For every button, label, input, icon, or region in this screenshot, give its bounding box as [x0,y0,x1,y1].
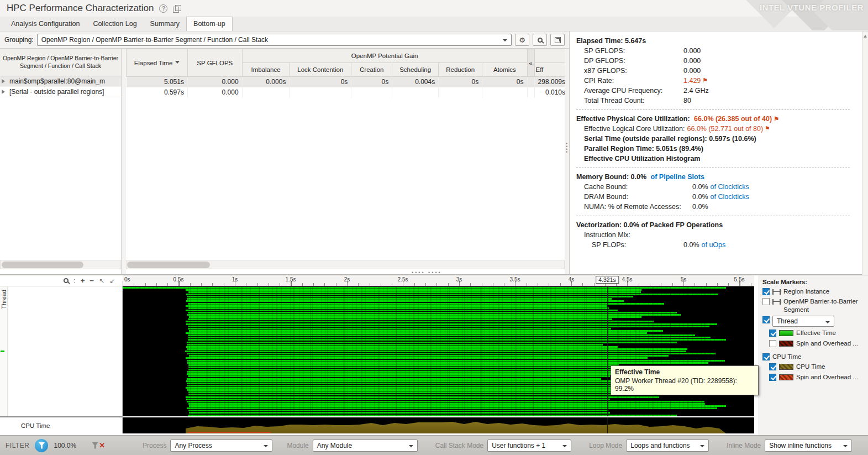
cell-reduction[interactable] [439,87,482,98]
col-header-sp-gflops[interactable]: SP GFLOPS [187,49,242,77]
cell-elapsed[interactable]: 5.051s [127,77,188,87]
tab-bottom-up[interactable]: Bottom-up [186,17,233,31]
info-button[interactable] [851,145,859,153]
summary-panel: Elapsed Time: 5.647s SP GFLOPS:0.000 DP … [569,32,862,275]
collapse-group-button[interactable]: « [527,49,534,77]
cell-scheduling[interactable]: 0.004s [392,77,439,87]
clockticks-link[interactable]: of Clockticks [711,193,749,201]
col-group-openmp-potential-gain[interactable]: OpenMP Potential Gain [242,49,527,63]
thread-select[interactable]: Thread [772,316,834,327]
col-header-imbalance[interactable]: Imbalance [242,63,290,77]
col-header-elapsed-time[interactable]: Elapsed Time [127,49,188,77]
col-header-effective-group[interactable] [534,49,569,63]
time-marker-label[interactable]: 4.321s [596,276,619,284]
col-header-creation[interactable]: Creation [351,63,392,77]
cpu-time-checkbox[interactable] [769,363,776,370]
cell-lock-contention[interactable] [290,87,351,98]
summary-vscrollbar[interactable] [862,32,868,275]
vertical-splitter-handle[interactable]: •••• [566,143,569,154]
grid-data-row[interactable]: 0.597s 0.000 0.010s [127,87,569,98]
name-column-hscrollbar[interactable] [0,260,121,269]
spin-overhead-cpu-checkbox[interactable] [769,374,776,381]
cpu-time-group-checkbox[interactable] [762,353,770,360]
copy-icon[interactable] [173,5,180,12]
timeline-ruler[interactable]: 0s 0.5s 1s 1.5s 2s 2.5s 3s 3.5s 4s 4.5s … [123,275,754,286]
cell-sp-gflops[interactable]: 0.000 [187,77,242,87]
clear-filter-button[interactable]: ✕ [92,442,105,449]
column-splitter[interactable] [122,49,126,274]
pipeline-slots-link[interactable]: of Pipeline Slots [651,173,704,181]
col-header-lock-contention[interactable]: Lock Contention [290,63,351,77]
scroll-up-arrow[interactable] [864,33,867,38]
grid-name-column-header[interactable]: OpenMP Region / OpenMP Barrier-to-Barrie… [0,49,121,76]
grid-vscrollbar[interactable] [565,49,569,274]
cell-imbalance[interactable]: 0.000s [242,77,290,87]
cpu-time-chart[interactable] [123,417,754,433]
legend-label: Spin and Overhead ... [796,373,858,381]
col-header-scheduling[interactable]: Scheduling [392,63,439,77]
col-header-reduction[interactable]: Reduction [439,63,482,77]
grid-name-column: OpenMP Region / OpenMP Barrier-to-Barrie… [0,49,122,274]
col-header-effective-time[interactable]: Eff [534,63,569,77]
inline-mode-label: Inline Mode [727,442,761,449]
zoom-out-button[interactable]: − [90,277,94,284]
collapse-section-button[interactable] [851,174,859,181]
grid-row-name[interactable]: [Serial - outside parallel regions] [0,87,121,97]
search-button[interactable] [533,34,547,46]
help-icon[interactable]: ? [159,4,167,13]
tooltip-body: OMP Worker Thread #20 (TID: 2289558): 99… [615,377,737,393]
tab-summary[interactable]: Summary [144,17,186,31]
tab-analysis-configuration[interactable]: Analysis Configuration [4,17,86,31]
collapse-section-button[interactable] [851,222,859,229]
cell-imbalance[interactable] [242,87,290,98]
uops-link[interactable]: of uOps [702,241,726,249]
tab-collection-log[interactable]: Collection Log [86,17,143,31]
zoom-in-button[interactable]: + [81,277,85,284]
clockticks-link[interactable]: of Clockticks [711,183,749,191]
cell-scheduling[interactable] [392,87,439,98]
scrollbar-thumb[interactable] [2,262,83,268]
collapse-section-button[interactable] [851,116,859,123]
expand-icon[interactable] [2,90,7,94]
cell-lock-contention[interactable]: 0s [290,77,351,87]
time-marker-line[interactable] [607,286,608,416]
customize-grouping-button[interactable]: ⚙ [515,34,529,46]
export-button[interactable] [550,34,565,46]
memory-value: 0.0% [692,193,708,201]
inline-mode-select[interactable]: Show inline functions [765,440,852,452]
cell-atomics[interactable]: 0s [482,77,527,87]
zoom-fit-button[interactable]: ↙ [109,277,115,285]
scrollbar-thumb[interactable] [127,262,210,268]
cell-sp-gflops[interactable]: 0.000 [187,87,242,98]
spin-overhead-checkbox[interactable] [769,340,776,347]
col-header-atomics[interactable]: Atomics [482,63,527,77]
info-button[interactable] [851,135,859,143]
cell-effective-time[interactable]: 0.010s [534,87,569,98]
horizontal-splitter-handle[interactable]: •••• •••• [412,270,442,275]
cell-creation[interactable]: 0s [351,77,392,87]
thread-checkbox[interactable] [762,316,770,323]
process-select[interactable]: Any Process [170,440,272,452]
grid-data-row[interactable]: 5.051s 0.000 0.000s 0s 0s 0.004s 0s 0s 2… [127,77,569,87]
info-button[interactable] [851,155,859,163]
cell-effective-time[interactable]: 298.009s [534,77,569,87]
cell-reduction[interactable]: 0s [439,77,482,87]
cell-elapsed[interactable]: 0.597s [127,87,188,98]
effective-time-checkbox[interactable] [769,330,776,337]
collapse-section-button[interactable] [851,38,859,45]
grid-hscrollbar[interactable] [126,260,565,269]
filter-funnel-button[interactable] [35,439,48,452]
cell-creation[interactable] [351,87,392,98]
zoom-selection-button[interactable]: ↖ [99,277,104,285]
thread-timeline-chart[interactable] [123,286,754,416]
region-instance-checkbox[interactable] [762,288,770,295]
call-stack-mode-select[interactable]: User functions + 1 [487,440,571,452]
module-select[interactable]: Any Module [313,440,418,452]
cell-atomics[interactable] [482,87,527,98]
barrier-segment-checkbox[interactable] [762,298,770,305]
grouping-select[interactable]: OpenMP Region / OpenMP Barrier-to-Barrie… [37,34,512,46]
loop-mode-select[interactable]: Loops and functions [626,440,709,452]
time-marker-line[interactable] [607,417,608,433]
grid-row-name[interactable]: main$omp$parallel:80@main_m [0,76,121,87]
expand-icon[interactable] [2,79,7,83]
